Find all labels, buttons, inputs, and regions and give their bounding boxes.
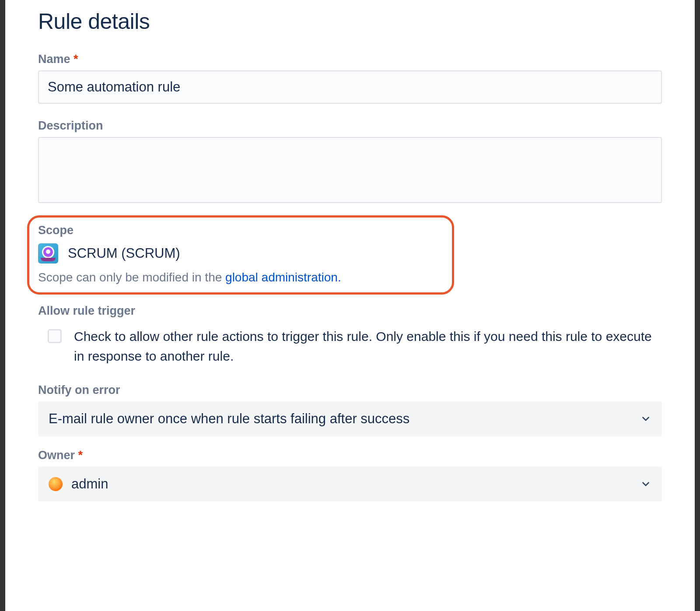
notify-on-error-value: E-mail rule owner once when rule starts … bbox=[49, 411, 410, 427]
required-asterisk: * bbox=[78, 449, 83, 462]
allow-trigger-checkbox-label: Check to allow other rule actions to tri… bbox=[74, 327, 662, 366]
scope-project-name: SCRUM (SCRUM) bbox=[68, 246, 180, 261]
notify-on-error-group: Notify on error E-mail rule owner once w… bbox=[38, 383, 662, 436]
user-avatar-icon bbox=[49, 477, 63, 491]
allow-trigger-group: Allow rule trigger Check to allow other … bbox=[38, 304, 662, 366]
name-input[interactable] bbox=[38, 70, 662, 104]
allow-trigger-checkbox[interactable] bbox=[48, 329, 62, 343]
owner-group: Owner * admin bbox=[38, 449, 662, 502]
scope-hint: Scope can only be modified in the global… bbox=[38, 270, 443, 284]
notify-on-error-label: Notify on error bbox=[38, 383, 662, 397]
required-asterisk: * bbox=[74, 53, 78, 66]
name-field-group: Name * bbox=[38, 53, 662, 104]
project-avatar-icon bbox=[38, 243, 58, 263]
name-label-text: Name bbox=[38, 53, 70, 66]
global-administration-link[interactable]: global administration. bbox=[225, 270, 341, 284]
scope-hint-text: Scope can only be modified in the bbox=[38, 270, 225, 284]
description-input[interactable] bbox=[38, 137, 662, 203]
allow-trigger-label: Allow rule trigger bbox=[38, 304, 662, 318]
chevron-down-icon bbox=[640, 478, 651, 490]
owner-select[interactable]: admin bbox=[38, 467, 662, 502]
notify-on-error-select[interactable]: E-mail rule owner once when rule starts … bbox=[38, 401, 662, 436]
scope-project-row: SCRUM (SCRUM) bbox=[38, 243, 443, 263]
scope-section-highlight: Scope SCRUM (SCRUM) Scope can only be mo… bbox=[27, 215, 454, 295]
description-field-group: Description bbox=[38, 119, 662, 205]
allow-trigger-row: Check to allow other rule actions to tri… bbox=[38, 322, 662, 366]
page-title: Rule details bbox=[38, 9, 662, 34]
owner-label: Owner * bbox=[38, 449, 662, 462]
name-label: Name * bbox=[38, 53, 662, 66]
chevron-down-icon bbox=[640, 413, 651, 425]
owner-label-text: Owner bbox=[38, 449, 75, 462]
description-label: Description bbox=[38, 119, 662, 133]
owner-value: admin bbox=[71, 476, 108, 492]
scope-label: Scope bbox=[38, 224, 443, 237]
